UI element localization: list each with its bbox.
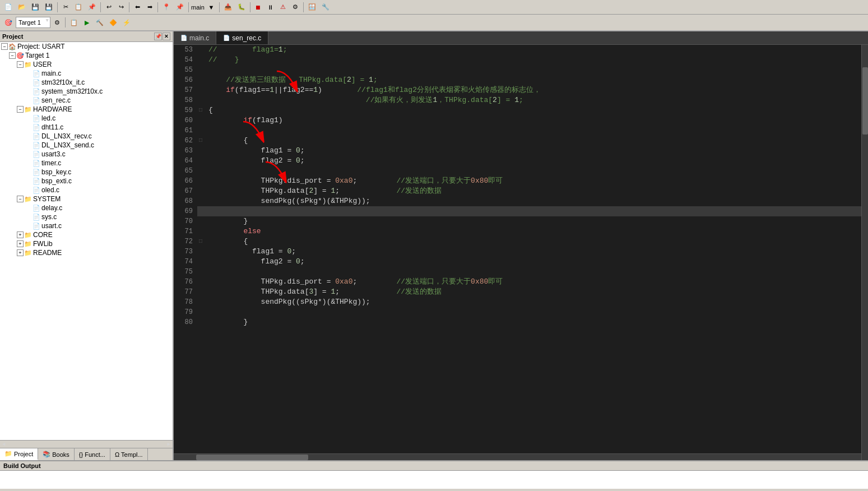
line-number: 79 <box>174 307 197 317</box>
back-btn[interactable]: ⬅ <box>132 2 143 12</box>
expander-user-folder[interactable]: − <box>17 61 24 68</box>
tree-item-fwlib-folder[interactable]: +📁FWLib <box>0 239 173 248</box>
tree-item-bsp-key[interactable]: 📄bsp_key.c <box>0 168 173 177</box>
debug-btn[interactable]: 🐛 <box>235 2 248 12</box>
expander-hardware-folder[interactable]: − <box>17 106 24 113</box>
tree-item-usart3-c[interactable]: 📄usart3.c <box>0 150 173 159</box>
file-icon: 📄 <box>33 160 40 167</box>
expander-system-folder[interactable]: − <box>17 196 24 202</box>
load-btn[interactable]: 📥 <box>222 2 234 12</box>
left-tab-books-tab[interactable]: 📚Books <box>38 448 75 460</box>
tree-item-project-usart[interactable]: −🏠Project: USART <box>0 42 173 51</box>
line-content: { <box>204 136 861 146</box>
paste-btn[interactable]: 📌 <box>86 2 98 12</box>
line-fold-icon[interactable]: □ <box>197 237 204 247</box>
expander-fwlib-folder[interactable]: + <box>17 240 24 247</box>
folder-icon: 📁 <box>24 240 32 248</box>
line-number: 70 <box>174 216 197 226</box>
tree-item-led-c[interactable]: 📄led.c <box>0 114 173 123</box>
rebuild-btn[interactable]: 🔨 <box>94 17 106 27</box>
file-icon: 📄 <box>33 151 40 158</box>
batch-btn[interactable]: 🔶 <box>107 17 119 27</box>
panel-close-icon[interactable]: ✕ <box>163 33 170 40</box>
tree-item-stm32-it[interactable]: 📄stm32f10x_it.c <box>0 78 173 87</box>
translate-btn[interactable]: 📋 <box>68 17 80 27</box>
tree-item-timer-c[interactable]: 📄timer.c <box>0 159 173 168</box>
tree-item-core-folder[interactable]: +📁CORE <box>0 230 173 239</box>
line-number: 62 <box>174 136 197 146</box>
left-tab-templ-tab[interactable]: ΩTempl... <box>110 448 148 460</box>
panel-pin-icon[interactable]: 📌 <box>154 33 162 40</box>
line-fold-icon[interactable]: □ <box>197 105 204 115</box>
vertical-scrollbar[interactable] <box>861 45 868 460</box>
tree-item-hardware-folder[interactable]: −📁HARDWARE <box>0 105 173 114</box>
folder-icon: 📁 <box>24 106 32 113</box>
flash-btn[interactable]: ⚡ <box>120 17 133 27</box>
vscroll-thumb[interactable] <box>862 67 868 135</box>
expander-readme-folder[interactable]: + <box>17 249 24 256</box>
undo-btn[interactable]: ↩ <box>103 2 114 12</box>
tree-label: delay.c <box>41 204 62 212</box>
file-icon: 📄 <box>33 169 40 176</box>
target-select[interactable]: Target 1 <box>16 17 50 28</box>
target-icon-btn[interactable]: 🎯 <box>2 17 15 27</box>
hscroll-thumb[interactable] <box>196 455 308 460</box>
expander-core-folder[interactable]: + <box>17 231 24 238</box>
horizontal-scrollbar[interactable] <box>174 453 861 460</box>
sep2 <box>100 2 101 12</box>
tree-item-system-stm32[interactable]: 📄system_stm32f10x.c <box>0 87 173 96</box>
save-all-btn[interactable]: 💾 <box>43 2 55 12</box>
tree-item-dht11-c[interactable]: 📄dht11.c <box>0 123 173 132</box>
tree-item-readme-folder[interactable]: +📁README <box>0 248 173 257</box>
tools-btn[interactable]: 🔧 <box>319 2 332 12</box>
left-tab-funct-tab[interactable]: {}Funct... <box>75 448 110 460</box>
bookmark2-btn[interactable]: 📌 <box>174 2 186 12</box>
tree-item-sys-c[interactable]: 📄sys.c <box>0 212 173 221</box>
redo-btn[interactable]: ↪ <box>115 2 127 12</box>
tree-item-sen-rec[interactable]: 📄sen_rec.c <box>0 96 173 105</box>
tree-item-dl-ln3x-send[interactable]: 📄DL_LN3X_send.c <box>0 141 173 150</box>
code-editor[interactable]: 53// flag1=1;54// }55 56 //发送第三组数据 THPkg… <box>174 45 861 453</box>
line-content <box>204 126 861 136</box>
line-fold-icon[interactable]: □ <box>197 136 204 146</box>
file-icon: 📄 <box>33 115 40 122</box>
save-btn[interactable]: 💾 <box>29 2 41 12</box>
copy-btn[interactable]: 📋 <box>72 2 85 12</box>
tree-item-system-folder[interactable]: −📁SYSTEM <box>0 194 173 203</box>
code-line-78: 78 sendPkg((sPkg*)(&THPkg)); <box>174 297 861 307</box>
scroll-left[interactable]: ◀ <box>0 441 7 448</box>
tree-area[interactable]: −🏠Project: USART−🎯Target 1−📁USER📄main.c📄… <box>0 42 173 440</box>
tree-item-user-folder[interactable]: −📁USER <box>0 60 173 69</box>
target-settings-btn[interactable]: ⚙ <box>52 17 63 27</box>
tree-item-main-c[interactable]: 📄main.c <box>0 69 173 78</box>
cut-btn[interactable]: ✂ <box>60 2 71 12</box>
new-file-btn[interactable]: 📄 <box>2 2 15 12</box>
tree-item-target1[interactable]: −🎯Target 1 <box>0 51 173 60</box>
code-tab-main-c-tab[interactable]: 📄main.c <box>174 31 216 44</box>
tree-item-delay-c[interactable]: 📄delay.c <box>0 203 173 212</box>
left-tab-project-tab[interactable]: 📁Project <box>0 448 38 460</box>
bookmark1-btn[interactable]: 📍 <box>160 2 173 12</box>
tree-item-oled-c[interactable]: 📄oled.c <box>0 186 173 194</box>
expander-project-usart[interactable]: − <box>1 43 8 50</box>
error-btn[interactable]: ⚠ <box>277 2 289 12</box>
stop-btn[interactable]: ⏹ <box>253 2 264 12</box>
code-line-75: 75 <box>174 267 861 277</box>
scroll-right[interactable]: ▶ <box>165 441 173 448</box>
line-content: { <box>204 105 861 115</box>
file-icon: 📄 <box>33 178 40 185</box>
window-btn[interactable]: 🪟 <box>306 2 318 12</box>
dropdown-btn[interactable]: ▼ <box>206 2 217 12</box>
settings-btn[interactable]: ⚙ <box>290 2 301 12</box>
pause-btn[interactable]: ⏸ <box>265 2 276 12</box>
tree-item-bsp-exti[interactable]: 📄bsp_exti.c <box>0 177 173 186</box>
build-btn[interactable]: ▶ <box>81 17 92 27</box>
fwd-btn[interactable]: ➡ <box>144 2 155 12</box>
tree-item-dl-ln3x-recv[interactable]: 📄DL_LN3X_recv.c <box>0 132 173 141</box>
code-tab-sen-rec-tab[interactable]: 📄sen_rec.c <box>216 31 268 44</box>
tree-item-usart-c[interactable]: 📄usart.c <box>0 221 173 230</box>
tab-bar: 📄main.c📄sen_rec.c <box>174 31 868 45</box>
sep9 <box>65 17 66 27</box>
expander-target1[interactable]: − <box>9 52 16 59</box>
open-btn[interactable]: 📂 <box>16 2 28 12</box>
